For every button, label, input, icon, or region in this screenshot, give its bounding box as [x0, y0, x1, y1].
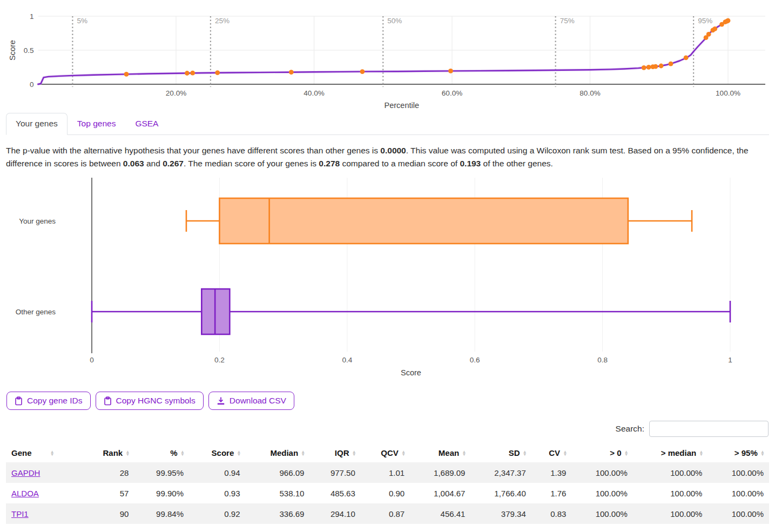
table-row: GAPDH2899.95%0.94966.09977.501.011,689.0…	[6, 462, 769, 483]
sort-arrows-icon: ▴▾	[523, 450, 525, 456]
x-tick-label: 0.6	[470, 356, 480, 364]
column-header-cv[interactable]: CV▴▾	[531, 443, 572, 462]
gene-link[interactable]: TPI1	[11, 509, 29, 518]
table-search: Search:	[6, 421, 769, 437]
your-gene-marker[interactable]	[706, 32, 711, 37]
other-genes-box[interactable]	[92, 289, 730, 334]
copy-gene-ids-button[interactable]: Copy gene IDs	[6, 392, 91, 410]
tab-gsea[interactable]: GSEA	[125, 113, 168, 135]
button-label: Copy HGNC symbols	[116, 396, 196, 406]
your-genes-box[interactable]	[186, 198, 692, 244]
column-header-median[interactable]: Median▴▾	[246, 443, 310, 462]
sort-arrows-icon: ▴▾	[353, 450, 355, 456]
sort-arrows-icon: ▴▾	[302, 450, 304, 456]
column-header-gene[interactable]: Gene▴▾	[6, 443, 82, 462]
table-row: ALDOA5799.90%0.93538.10485.630.901,004.6…	[6, 483, 769, 503]
your-gene-marker[interactable]	[712, 26, 717, 31]
value-cell: 336.69	[246, 503, 310, 524]
your-gene-marker[interactable]	[289, 70, 294, 75]
tab-your-genes[interactable]: Your genes	[6, 113, 68, 135]
x-tick-label: 100.0%	[716, 89, 740, 97]
y-axis-title: Score	[8, 40, 17, 60]
column-header-label: IQR	[335, 448, 349, 457]
sort-arrows-icon: ▴▾	[51, 450, 53, 456]
column-header-95[interactable]: > 95%▴▾	[707, 443, 769, 462]
category-label: Other genes	[16, 308, 56, 316]
summary-text: of the other genes.	[481, 159, 553, 168]
your-gene-marker[interactable]	[684, 56, 689, 60]
gene-score-dashboard: 20.0%40.0%60.0%80.0%100.0%00.515%25%50%7…	[0, 0, 775, 524]
percentile-marker-label: 95%	[698, 17, 712, 25]
sort-arrows-icon: ▴▾	[238, 450, 240, 456]
percentile-marker-label: 5%	[77, 17, 87, 25]
value-cell: 99.84%	[134, 503, 189, 524]
gene-cell: GAPDH	[6, 462, 82, 483]
column-header-score[interactable]: Score▴▾	[189, 443, 246, 462]
value-cell: 456.41	[410, 503, 470, 524]
ci-high-value: 0.267	[163, 159, 184, 168]
value-cell: 0.92	[189, 503, 246, 524]
y-tick-label: 0	[30, 80, 34, 89]
x-tick-label: 1	[728, 356, 732, 364]
value-cell: 100.00%	[707, 483, 769, 503]
column-header-sd[interactable]: SD▴▾	[470, 443, 531, 462]
column-header-[interactable]: %▴▾	[134, 443, 189, 462]
value-cell: 100.00%	[571, 462, 632, 483]
sort-arrows-icon: ▴▾	[625, 450, 628, 456]
ci-low-value: 0.063	[123, 159, 144, 168]
column-header-median[interactable]: > median▴▾	[633, 443, 708, 462]
value-cell: 1.76	[531, 483, 572, 503]
column-header-iqr[interactable]: IQR▴▾	[309, 443, 360, 462]
your-gene-marker[interactable]	[669, 62, 673, 66]
your-gene-marker[interactable]	[185, 71, 190, 76]
value-cell: 379.34	[470, 503, 531, 524]
your-gene-marker[interactable]	[124, 72, 129, 77]
value-cell: 1,766.40	[470, 483, 531, 503]
your-gene-marker[interactable]	[215, 70, 220, 75]
x-axis-title: Score	[401, 368, 421, 377]
column-header-label: Score	[212, 448, 234, 457]
button-label: Download CSV	[230, 396, 286, 406]
your-gene-marker[interactable]	[360, 69, 365, 74]
x-tick-label: 20.0%	[166, 89, 186, 97]
value-cell: 100.00%	[571, 483, 632, 503]
your-gene-marker[interactable]	[726, 18, 731, 23]
gene-link[interactable]: ALDOA	[11, 489, 39, 498]
value-cell: 1,004.67	[410, 483, 470, 503]
column-header-qcv[interactable]: QCV▴▾	[361, 443, 410, 462]
value-cell: 2,347.37	[470, 462, 531, 483]
table-header: Gene▴▾Rank▴▾%▴▾Score▴▾Median▴▾IQR▴▾QCV▴▾…	[6, 443, 769, 462]
value-cell: 100.00%	[707, 503, 769, 524]
search-input[interactable]	[649, 421, 769, 437]
summary-text: and	[144, 159, 163, 168]
x-tick-label: 40.0%	[304, 89, 324, 97]
column-header-mean[interactable]: Mean▴▾	[410, 443, 470, 462]
copy-hgnc-symbols-button[interactable]: Copy HGNC symbols	[96, 392, 204, 410]
y-tick-label: 0.5	[24, 46, 34, 55]
your-gene-marker[interactable]	[659, 64, 664, 69]
your-gene-marker[interactable]	[653, 64, 658, 69]
sort-arrows-icon: ▴▾	[126, 450, 129, 456]
x-tick-label: 80.0%	[579, 89, 600, 97]
sort-arrows-icon: ▴▾	[700, 450, 702, 456]
gene-cell: TPI1	[6, 503, 82, 524]
column-header-label: Mean	[439, 448, 459, 457]
x-tick-label: 0.8	[597, 356, 608, 364]
tab-top-genes[interactable]: Top genes	[68, 113, 126, 135]
gene-link[interactable]: GAPDH	[11, 468, 40, 477]
your-gene-marker[interactable]	[646, 65, 651, 70]
button-label: Copy gene IDs	[27, 396, 83, 406]
column-header-0[interactable]: > 0▴▾	[571, 443, 632, 462]
value-cell: 1.01	[361, 462, 410, 483]
column-header-rank[interactable]: Rank▴▾	[82, 443, 134, 462]
search-label: Search:	[616, 424, 644, 434]
your-gene-marker[interactable]	[190, 71, 195, 76]
p-value: 0.0000	[380, 146, 406, 155]
tab-bar: Your genes Top genes GSEA	[6, 113, 769, 135]
your-gene-marker[interactable]	[448, 69, 453, 73]
your-gene-marker[interactable]	[642, 65, 646, 70]
value-cell: 57	[82, 483, 134, 503]
download-csv-button[interactable]: Download CSV	[208, 392, 294, 410]
value-cell: 100.00%	[571, 503, 632, 524]
column-header-label: Rank	[103, 448, 123, 457]
